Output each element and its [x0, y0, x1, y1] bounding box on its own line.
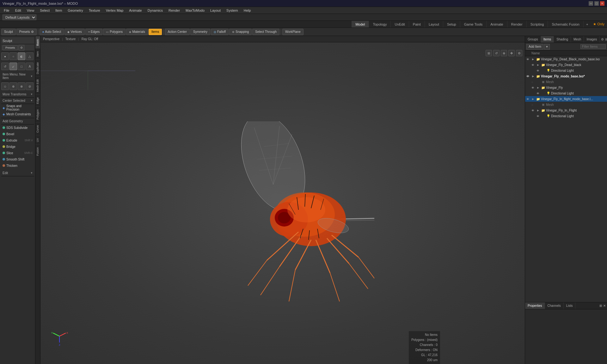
eye-icon-7[interactable]: 👁	[536, 92, 539, 95]
tab-layout[interactable]: Layout	[425, 21, 443, 27]
right-panel-settings-icon[interactable]: ⚙	[601, 38, 604, 41]
arrow-4[interactable]: ▶	[532, 75, 535, 78]
menu-item-system[interactable]: System	[224, 8, 241, 13]
right-tab-shading[interactable]: Shading	[554, 36, 571, 43]
presets-button[interactable]: Presets ⚙	[16, 29, 37, 35]
viewport[interactable]: Perspective | Texture | Ray GL: Off	[40, 36, 525, 364]
tree-item-9[interactable]: ○ ▣ Mesh	[525, 102, 607, 107]
tab-scripting[interactable]: Scripting	[527, 21, 548, 27]
tree-item-8[interactable]: 👁 ▶ 📁 Vinegar_Fly_In_flight_modo_base.l.…	[525, 96, 607, 102]
vertices-button[interactable]: ◆ Vertices	[64, 29, 85, 35]
extrude-item[interactable]: Extrude Shift V	[1, 137, 34, 143]
tab-topology[interactable]: Topology	[369, 21, 391, 27]
right-tab-items[interactable]: Items	[541, 36, 554, 43]
arrow-1[interactable]: ▶	[532, 58, 535, 61]
side-tab-curve[interactable]: Curve	[35, 122, 40, 135]
snaps-precision-item[interactable]: ◈ Snaps and Precision	[1, 105, 34, 111]
eye-icon-11[interactable]: 👁	[536, 115, 539, 118]
side-tab-item[interactable]: Item	[35, 48, 40, 59]
eye-icon-5[interactable]: ○	[531, 81, 533, 84]
menu-item-view[interactable]: View	[24, 8, 37, 13]
rb-tab-channels[interactable]: Channels	[545, 302, 564, 309]
eye-icon-4[interactable]: 👁	[526, 75, 529, 78]
dash-circle-icon-btn[interactable]: ⊘	[26, 82, 34, 90]
items-tree[interactable]: 👁 ▶ 📁 Vinegar_Fly_Dead_Black_modo_base.l…	[525, 56, 607, 302]
tab-paint[interactable]: Paint	[409, 21, 425, 27]
circle-icon-btn[interactable]: ○	[9, 52, 17, 60]
menu-item-animate[interactable]: Animate	[126, 8, 144, 13]
eye-icon-10[interactable]: 👁	[531, 109, 534, 112]
half-circle-icon-btn[interactable]: ◐	[18, 52, 25, 60]
rb-close-icon[interactable]: ✕	[603, 304, 606, 307]
menu-item-item[interactable]: Item	[53, 8, 64, 13]
auto-select-button[interactable]: ● Auto Select	[40, 29, 64, 35]
right-tab-groups[interactable]: Groups	[525, 36, 541, 43]
x-circle-icon-btn[interactable]: ⊗	[18, 82, 25, 90]
tree-item-5[interactable]: ○ ▣ Mesh	[525, 79, 607, 85]
sphere-icon-btn[interactable]: ●	[1, 52, 9, 60]
viewport-rotate-button[interactable]: ↺	[493, 50, 500, 56]
tab-add-button[interactable]: +	[584, 21, 591, 27]
menu-item-select[interactable]: Select	[37, 8, 52, 13]
tab-uvedit[interactable]: UvEdit	[391, 21, 409, 27]
face-icon-btn[interactable]: ☺	[1, 82, 9, 90]
presets-gear-button[interactable]: ⚙	[19, 45, 24, 51]
eye-icon-1[interactable]: 👁	[526, 58, 529, 61]
menu-item-layout[interactable]: Layout	[208, 8, 223, 13]
tree-item-2[interactable]: 👁 ▶ 📁 Vinegar_Fly_Dead_black	[525, 62, 607, 68]
sds-subdivide-item[interactable]: SDS Subdivide	[1, 124, 34, 131]
tab-model[interactable]: Model	[352, 21, 369, 27]
arrow-10[interactable]: ▶	[537, 109, 540, 112]
viewport-pan-button[interactable]: ✥	[508, 50, 515, 56]
snapping-button[interactable]: ⊕ Snapping	[229, 29, 252, 35]
side-tab-polygon[interactable]: Polygon	[35, 106, 40, 122]
items-button[interactable]: Items	[149, 29, 162, 35]
side-tab-uv[interactable]: UV	[35, 135, 40, 145]
select-through-button[interactable]: Select Through	[252, 29, 279, 35]
sculpt-toggle[interactable]: Sculpt	[1, 37, 34, 44]
item-menu-label[interactable]: Item Menu: New Item ▼	[1, 72, 34, 80]
falloff-button[interactable]: ◎ Falloff	[211, 29, 229, 35]
eye-icon-2[interactable]: 👁	[531, 64, 534, 67]
rb-tab-lists[interactable]: Lists	[564, 302, 576, 309]
materials-button[interactable]: ◈ Materials	[126, 29, 148, 35]
edit-label[interactable]: Edit ▼	[1, 171, 34, 175]
menu-item-texture[interactable]: Texture	[86, 8, 103, 13]
right-tab-images[interactable]: Images	[584, 36, 600, 43]
tab-render[interactable]: Render	[507, 21, 527, 27]
tab-animate[interactable]: Animate	[487, 21, 507, 27]
smooth-shift-item[interactable]: Smooth Shift	[1, 156, 34, 162]
rb-expand-icon[interactable]: ⊞	[599, 304, 602, 307]
add-item-button[interactable]: Add Item	[526, 44, 543, 50]
menu-item-dynamics[interactable]: Dynamics	[145, 8, 165, 13]
right-panel-expand-icon[interactable]: ⊞	[605, 38, 607, 41]
eye-icon-6[interactable]: 👁	[531, 86, 534, 89]
star-only-button[interactable]: ★ Only	[591, 21, 607, 27]
work-plane-button[interactable]: WorkPlane	[282, 29, 304, 35]
tab-schematic[interactable]: Schematic Fusion	[548, 21, 583, 27]
sculpt-button[interactable]: Sculpt	[1, 29, 16, 35]
arrow-2[interactable]: ▶	[537, 64, 540, 66]
menu-item-file[interactable]: File	[1, 8, 12, 13]
action-center-button[interactable]: Action Center	[165, 29, 190, 35]
tree-item-11[interactable]: 👁 💡 Directional Light	[525, 113, 607, 119]
menu-item-help[interactable]: Help	[241, 8, 254, 13]
bevel-item[interactable]: Bevel	[1, 131, 34, 137]
side-tab-duplicate[interactable]: Duplicate	[35, 59, 40, 77]
menu-item-vertex-map[interactable]: Vertex Map	[103, 8, 126, 13]
rb-tab-properties[interactable]: Properties	[525, 302, 545, 309]
side-tab-mesh-edit[interactable]: Mesh Edit	[35, 76, 40, 94]
polygons-button[interactable]: ▭ Polygons	[103, 29, 126, 35]
viewport-settings-button[interactable]: ⚙	[516, 50, 522, 56]
menu-item-edit[interactable]: Edit	[13, 8, 24, 13]
viewport-fit-button[interactable]: ⊞	[486, 50, 492, 56]
close-button[interactable]: ✕	[600, 1, 604, 6]
tree-item-10[interactable]: 👁 ▶ 📁 Vinegar_Fly_In_Flight	[525, 107, 607, 113]
layout-selector[interactable]: Default Layouts	[3, 15, 36, 20]
more-transforms-label[interactable]: More Transforms ▼	[1, 92, 34, 97]
center-selected-label[interactable]: Center Selected ▼	[1, 98, 34, 103]
minimize-button[interactable]: ─	[589, 1, 593, 6]
slice-item[interactable]: Slice Shift-C	[1, 150, 34, 156]
mesh-constraints-item[interactable]: ◈ Mesh Constraints	[1, 111, 34, 117]
tree-item-1[interactable]: 👁 ▶ 📁 Vinegar_Fly_Dead_Black_modo_base.l…	[525, 56, 607, 62]
